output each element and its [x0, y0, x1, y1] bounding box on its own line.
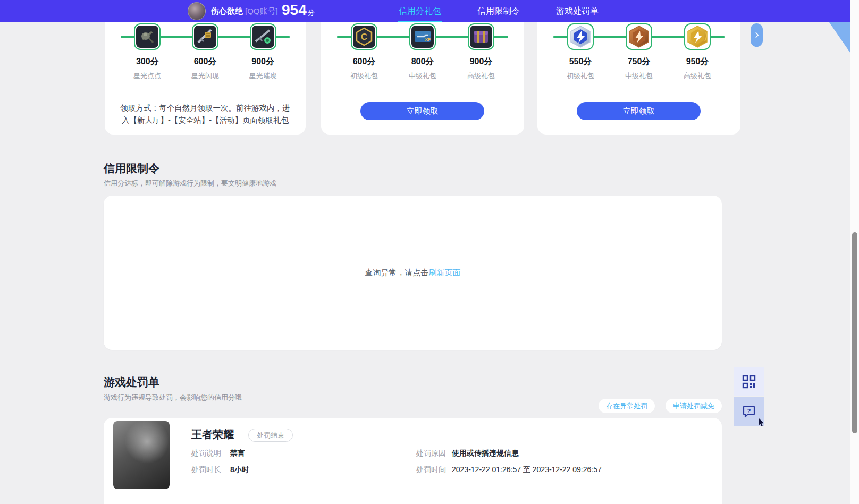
svg-text:C: C: [361, 32, 367, 42]
refresh-page-link[interactable]: 刷新页面: [429, 268, 461, 277]
claim-button[interactable]: 立即领取: [360, 102, 484, 120]
backpack-item-icon[interactable]: [134, 23, 161, 50]
penalty-record-card: 王者荣耀 处罚结束 处罚说明 禁言 处罚原因 使用或传播违规信息 处罚时长 8小…: [104, 418, 722, 504]
scrollbar-track[interactable]: [850, 0, 859, 504]
tab-credit-restriction[interactable]: 信用限制令: [476, 6, 521, 17]
milestone-name: 中级礼包: [409, 71, 436, 81]
tab-credit-gifts[interactable]: 信用分礼包: [398, 6, 442, 17]
milestone-score: 950分: [686, 56, 709, 68]
game-title: 王者荣耀: [191, 427, 234, 442]
milestone-name: 星光璀璨: [249, 71, 277, 81]
qr-code-button[interactable]: [734, 367, 764, 396]
restriction-section-subtitle: 信用分达标，即可解除游戏行为限制，要文明健康地游戏: [104, 179, 276, 188]
penalty-section-title: 游戏处罚单: [104, 375, 159, 390]
svg-text:?: ?: [747, 408, 751, 414]
penalty-desc-value: 禁言: [230, 449, 245, 458]
nav-tabs: 信用分礼包 信用限制令 游戏处罚单: [398, 0, 600, 22]
username: 伤心欲绝[QQ账号]: [211, 6, 278, 16]
milestone-name: 高级礼包: [467, 71, 495, 81]
penalty-reduction-button[interactable]: 申请处罚减免: [666, 399, 722, 413]
scrollbar-thumb[interactable]: [852, 232, 857, 433]
active-tab-underline: [398, 21, 442, 22]
penalty-time-label: 处罚时间: [416, 465, 446, 475]
abnormal-penalty-button[interactable]: 存在异常处罚: [599, 399, 655, 413]
milestone-name: 中级礼包: [625, 71, 653, 81]
mouse-cursor: [758, 418, 765, 429]
claim-button[interactable]: 立即领取: [577, 102, 701, 120]
milestone-score: 900分: [251, 56, 274, 68]
query-error-message: 查询异常，请点击刷新页面: [365, 268, 461, 278]
silver-lightning-medal-icon[interactable]: [567, 23, 594, 50]
restriction-card: 查询异常，请点击刷新页面: [104, 196, 722, 350]
penalty-duration-value: 8小时: [230, 465, 249, 475]
credit-score: 954分: [282, 2, 315, 19]
penalty-time-value: 2023-12-22 01:26:57 至 2023-12-22 09:26:5…: [452, 465, 602, 475]
milestone-name: 高级礼包: [684, 71, 711, 81]
penalty-desc-label: 处罚说明: [191, 449, 221, 458]
gift-card-mid: C 600分 初级礼包 XP 800分 中级礼包 900分 高级礼包 立即领取: [321, 11, 524, 135]
penalty-reason-value: 使用或传播违规信息: [452, 449, 519, 458]
milestone-score: 300分: [136, 56, 159, 68]
rifle-item-icon[interactable]: [192, 23, 218, 50]
account-type: [QQ账号]: [245, 6, 278, 15]
corner-fold-decoration: [829, 22, 850, 53]
milestone-score: 800分: [411, 56, 434, 68]
milestone-name: 星光点点: [133, 71, 161, 81]
qr-code-icon: [742, 375, 756, 389]
restriction-section-title: 信用限制令: [104, 161, 159, 176]
penalty-section-subtitle: 游戏行为违规导致处罚，会影响您的信用分哦: [104, 393, 242, 402]
gift-card-medal: 550分 初级礼包 750分 中级礼包 950分 高级礼包 立即领取: [537, 11, 740, 135]
game-cover-image: [113, 421, 170, 489]
tab-game-penalty[interactable]: 游戏处罚单: [555, 6, 600, 17]
avatar: [188, 2, 206, 20]
rifle-glow-item-icon[interactable]: [250, 23, 276, 50]
xp-card-icon[interactable]: XP: [409, 23, 436, 50]
chevron-right-icon: [753, 31, 761, 39]
penalty-duration-label: 处罚时长: [191, 465, 221, 475]
page: 300分 星光点点 600分 星光闪现 900分 星光璀璨 领取方式：每个自然月…: [0, 0, 859, 504]
top-navbar: 伤心欲绝[QQ账号] 954分 信用分礼包 信用限制令 游戏处罚单: [0, 0, 850, 22]
svg-text:XP: XP: [425, 37, 431, 42]
carousel-next-button[interactable]: [751, 23, 763, 47]
claim-instructions: 领取方式：每个自然月领取一次。前往游戏内，进 入【新大厅】-【安全站】-【活动】…: [105, 102, 306, 127]
gold-lightning-medal-icon[interactable]: [684, 23, 711, 50]
gold-coin-badge-icon[interactable]: C: [351, 23, 377, 50]
milestone-score: 600分: [194, 56, 217, 68]
milestone-score: 550分: [569, 56, 592, 68]
penalty-reason-label: 处罚原因: [416, 449, 446, 458]
milestone-score: 750分: [628, 56, 651, 68]
supply-crate-icon[interactable]: [468, 23, 494, 50]
gift-card-starlight: 300分 星光点点 600分 星光闪现 900分 星光璀璨 领取方式：每个自然月…: [105, 11, 306, 135]
milestone-name: 初级礼包: [567, 71, 594, 81]
help-bubble-icon: ?: [742, 405, 756, 418]
milestone-name: 星光闪现: [191, 71, 219, 81]
bronze-lightning-medal-icon[interactable]: [626, 23, 652, 50]
penalty-status-badge: 处罚结束: [248, 429, 293, 442]
milestone-name: 初级礼包: [350, 71, 378, 81]
milestone-score: 600分: [353, 56, 376, 68]
milestone-score: 900分: [470, 56, 493, 68]
